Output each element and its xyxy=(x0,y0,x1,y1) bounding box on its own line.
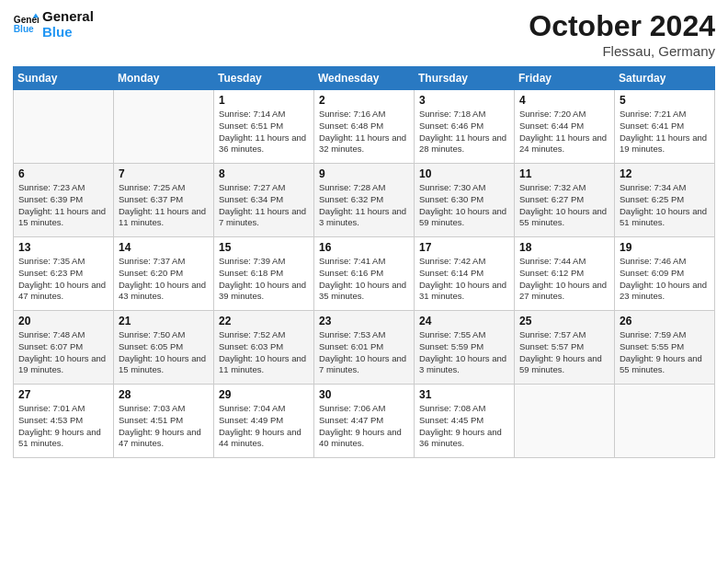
calendar-cell xyxy=(515,385,615,458)
day-number: 11 xyxy=(519,167,609,180)
day-info: Sunrise: 7:28 AMSunset: 6:32 PMDaylight:… xyxy=(319,182,409,229)
calendar-cell: 11Sunrise: 7:32 AMSunset: 6:27 PMDayligh… xyxy=(515,164,615,237)
header: General Blue General Blue October 2024 F… xyxy=(13,9,715,59)
day-number: 26 xyxy=(620,315,710,327)
calendar-cell: 30Sunrise: 7:06 AMSunset: 4:47 PMDayligh… xyxy=(314,385,415,458)
calendar-cell: 29Sunrise: 7:04 AMSunset: 4:49 PMDayligh… xyxy=(214,385,314,458)
svg-text:Blue: Blue xyxy=(14,23,34,33)
day-info: Sunrise: 7:48 AMSunset: 6:07 PMDaylight:… xyxy=(18,329,108,376)
day-info: Sunrise: 7:59 AMSunset: 5:55 PMDaylight:… xyxy=(620,329,710,376)
day-info: Sunrise: 7:42 AMSunset: 6:14 PMDaylight:… xyxy=(419,256,509,303)
day-info: Sunrise: 7:08 AMSunset: 4:45 PMDaylight:… xyxy=(419,403,509,450)
calendar-cell: 17Sunrise: 7:42 AMSunset: 6:14 PMDayligh… xyxy=(415,237,515,311)
calendar-cell: 28Sunrise: 7:03 AMSunset: 4:51 PMDayligh… xyxy=(114,385,214,458)
day-number: 1 xyxy=(219,94,309,107)
col-monday: Monday xyxy=(114,67,214,90)
title-block: October 2024 Flessau, Germany xyxy=(529,9,715,59)
day-info: Sunrise: 7:14 AMSunset: 6:51 PMDaylight:… xyxy=(219,109,309,155)
calendar-cell: 3Sunrise: 7:18 AMSunset: 6:46 PMDaylight… xyxy=(415,90,515,164)
day-info: Sunrise: 7:27 AMSunset: 6:34 PMDaylight:… xyxy=(219,182,309,229)
calendar-cell: 10Sunrise: 7:30 AMSunset: 6:30 PMDayligh… xyxy=(415,164,515,237)
day-number: 4 xyxy=(519,94,609,107)
day-info: Sunrise: 7:23 AMSunset: 6:39 PMDaylight:… xyxy=(18,182,108,229)
month-title: October 2024 xyxy=(529,9,715,43)
day-info: Sunrise: 7:39 AMSunset: 6:18 PMDaylight:… xyxy=(219,256,309,303)
calendar-cell: 21Sunrise: 7:50 AMSunset: 6:05 PMDayligh… xyxy=(114,311,214,385)
day-number: 29 xyxy=(219,388,309,401)
calendar-cell: 16Sunrise: 7:41 AMSunset: 6:16 PMDayligh… xyxy=(314,237,415,311)
day-number: 24 xyxy=(419,315,509,327)
day-info: Sunrise: 7:03 AMSunset: 4:51 PMDaylight:… xyxy=(119,403,209,450)
calendar-cell xyxy=(14,90,114,164)
day-info: Sunrise: 7:21 AMSunset: 6:41 PMDaylight:… xyxy=(620,109,710,155)
day-number: 17 xyxy=(419,241,509,254)
day-info: Sunrise: 7:41 AMSunset: 6:16 PMDaylight:… xyxy=(319,256,409,303)
calendar-cell: 26Sunrise: 7:59 AMSunset: 5:55 PMDayligh… xyxy=(615,311,715,385)
day-number: 13 xyxy=(18,241,108,254)
calendar-week-row: 20Sunrise: 7:48 AMSunset: 6:07 PMDayligh… xyxy=(14,311,715,385)
calendar-cell: 7Sunrise: 7:25 AMSunset: 6:37 PMDaylight… xyxy=(114,164,214,237)
calendar-week-row: 6Sunrise: 7:23 AMSunset: 6:39 PMDaylight… xyxy=(14,164,715,237)
logo-icon: General Blue xyxy=(13,12,39,38)
day-info: Sunrise: 7:30 AMSunset: 6:30 PMDaylight:… xyxy=(419,182,509,229)
calendar-week-row: 27Sunrise: 7:01 AMSunset: 4:53 PMDayligh… xyxy=(14,385,715,458)
day-number: 28 xyxy=(119,388,209,401)
day-info: Sunrise: 7:55 AMSunset: 5:59 PMDaylight:… xyxy=(419,329,509,376)
calendar-cell: 6Sunrise: 7:23 AMSunset: 6:39 PMDaylight… xyxy=(14,164,114,237)
calendar-cell: 14Sunrise: 7:37 AMSunset: 6:20 PMDayligh… xyxy=(114,237,214,311)
calendar-cell: 24Sunrise: 7:55 AMSunset: 5:59 PMDayligh… xyxy=(415,311,515,385)
day-number: 6 xyxy=(18,167,108,180)
col-saturday: Saturday xyxy=(615,67,715,90)
calendar-week-row: 1Sunrise: 7:14 AMSunset: 6:51 PMDaylight… xyxy=(14,90,715,164)
day-info: Sunrise: 7:16 AMSunset: 6:48 PMDaylight:… xyxy=(319,109,409,155)
day-number: 20 xyxy=(18,315,108,327)
day-info: Sunrise: 7:32 AMSunset: 6:27 PMDaylight:… xyxy=(519,182,609,229)
col-sunday: Sunday xyxy=(14,67,114,90)
day-number: 21 xyxy=(119,315,209,327)
calendar-cell: 27Sunrise: 7:01 AMSunset: 4:53 PMDayligh… xyxy=(14,385,114,458)
logo-text-general: General xyxy=(42,9,94,25)
day-number: 15 xyxy=(219,241,309,254)
calendar-cell: 15Sunrise: 7:39 AMSunset: 6:18 PMDayligh… xyxy=(214,237,314,311)
day-number: 25 xyxy=(519,315,609,327)
day-info: Sunrise: 7:37 AMSunset: 6:20 PMDaylight:… xyxy=(119,256,209,303)
day-info: Sunrise: 7:20 AMSunset: 6:44 PMDaylight:… xyxy=(519,109,609,155)
calendar-cell xyxy=(615,385,715,458)
calendar-cell: 5Sunrise: 7:21 AMSunset: 6:41 PMDaylight… xyxy=(615,90,715,164)
day-number: 10 xyxy=(419,167,509,180)
calendar-cell: 31Sunrise: 7:08 AMSunset: 4:45 PMDayligh… xyxy=(415,385,515,458)
day-info: Sunrise: 7:52 AMSunset: 6:03 PMDaylight:… xyxy=(219,329,309,376)
calendar-cell: 8Sunrise: 7:27 AMSunset: 6:34 PMDaylight… xyxy=(214,164,314,237)
day-info: Sunrise: 7:57 AMSunset: 5:57 PMDaylight:… xyxy=(519,329,609,376)
calendar-cell: 1Sunrise: 7:14 AMSunset: 6:51 PMDaylight… xyxy=(214,90,314,164)
day-info: Sunrise: 7:34 AMSunset: 6:25 PMDaylight:… xyxy=(620,182,710,229)
day-info: Sunrise: 7:25 AMSunset: 6:37 PMDaylight:… xyxy=(119,182,209,229)
day-info: Sunrise: 7:06 AMSunset: 4:47 PMDaylight:… xyxy=(319,403,409,450)
day-number: 27 xyxy=(18,388,108,401)
day-number: 3 xyxy=(419,94,509,107)
day-number: 30 xyxy=(319,388,409,401)
calendar-cell: 9Sunrise: 7:28 AMSunset: 6:32 PMDaylight… xyxy=(314,164,415,237)
calendar-cell: 20Sunrise: 7:48 AMSunset: 6:07 PMDayligh… xyxy=(14,311,114,385)
day-number: 14 xyxy=(119,241,209,254)
calendar-cell: 2Sunrise: 7:16 AMSunset: 6:48 PMDaylight… xyxy=(314,90,415,164)
day-info: Sunrise: 7:46 AMSunset: 6:09 PMDaylight:… xyxy=(620,256,710,303)
day-number: 7 xyxy=(119,167,209,180)
day-number: 8 xyxy=(219,167,309,180)
day-number: 18 xyxy=(519,241,609,254)
day-number: 16 xyxy=(319,241,409,254)
day-info: Sunrise: 7:01 AMSunset: 4:53 PMDaylight:… xyxy=(18,403,108,450)
page: General Blue General Blue October 2024 F… xyxy=(0,0,728,563)
day-number: 23 xyxy=(319,315,409,327)
day-info: Sunrise: 7:35 AMSunset: 6:23 PMDaylight:… xyxy=(18,256,108,303)
calendar-cell: 23Sunrise: 7:53 AMSunset: 6:01 PMDayligh… xyxy=(314,311,415,385)
header-row: Sunday Monday Tuesday Wednesday Thursday… xyxy=(14,67,715,90)
calendar-cell: 4Sunrise: 7:20 AMSunset: 6:44 PMDaylight… xyxy=(515,90,615,164)
day-number: 31 xyxy=(419,388,509,401)
col-thursday: Thursday xyxy=(415,67,515,90)
day-info: Sunrise: 7:44 AMSunset: 6:12 PMDaylight:… xyxy=(519,256,609,303)
calendar-cell: 19Sunrise: 7:46 AMSunset: 6:09 PMDayligh… xyxy=(615,237,715,311)
day-number: 12 xyxy=(620,167,710,180)
day-info: Sunrise: 7:18 AMSunset: 6:46 PMDaylight:… xyxy=(419,109,509,155)
col-friday: Friday xyxy=(515,67,615,90)
